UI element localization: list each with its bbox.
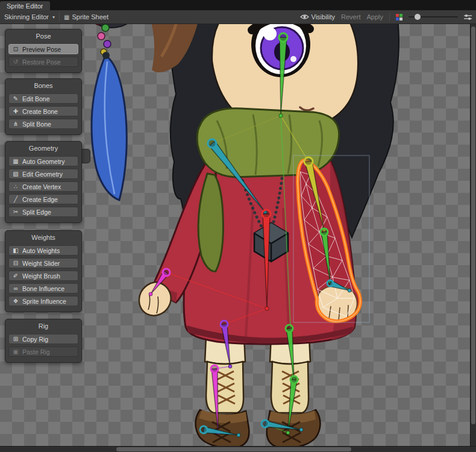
copy-rig-button[interactable]: ⊞ Copy Rig [8,334,78,344]
horizontal-scrollbar-thumb[interactable] [116,447,351,451]
preview-pose-button[interactable]: ⊡ Preview Pose [8,44,78,54]
left-boot [205,336,245,413]
button-label: Create Vertex [22,183,61,190]
toolbar-divider [59,13,60,21]
button-label: Split Bone [22,121,51,128]
button-label: Paste Rig [22,348,50,356]
panel-title-weights: Weights [8,232,79,243]
button-label: Restore Pose [22,58,61,66]
vertical-scrollbar[interactable] [470,24,476,446]
create-edge-icon: ╱ [12,196,19,202]
panel-title-pose: Pose [8,31,79,42]
button-label: Edit Bone [22,95,50,102]
sprite-sheet-button[interactable]: ▦ Sprite Sheet [64,13,108,20]
create-bone-icon: ✚ [12,108,19,115]
sprite-character[interactable] [82,24,399,446]
tab-label: Sprite Editor [7,2,43,10]
preview-pose-icon: ⊡ [12,46,19,52]
weight-brush-button[interactable]: ✐ Weight Brush [8,271,78,281]
split-bone-icon: ⋔ [12,121,19,127]
sprite-influence-button[interactable]: ❖ Sprite Influence [8,296,78,306]
tab-sprite-editor[interactable]: Sprite Editor [0,1,50,11]
zoom-slider-thumb[interactable] [415,14,421,20]
feather-accessory [82,24,143,200]
button-label: Create Edge [22,196,58,203]
button-label: Auto Weights [22,247,60,254]
split-bone-button[interactable]: ⋔ Split Bone [8,119,78,129]
button-label: Weight Brush [22,272,60,280]
channel-blue [396,17,399,20]
vertical-scrollbar-thumb[interactable] [471,27,475,424]
button-label: Copy Rig [22,336,48,343]
weight-brush-icon: ✐ [12,272,19,279]
button-label: Sprite Influence [22,298,66,305]
visibility-toggle[interactable]: Visibility [300,13,336,20]
button-label: Bone Influence [22,285,64,292]
split-edge-button[interactable]: ✂ Split Edge [8,207,78,217]
overlay-options-icon[interactable] [464,15,472,19]
auto-geometry-icon: ▦ [12,158,19,165]
color-channels-icon[interactable] [396,14,402,20]
rig-panel: Rig ⊞ Copy Rig ▣ Paste Rig [5,319,82,363]
chevron-down-icon: ▾ [52,14,55,20]
visibility-eye-icon [300,14,309,20]
bones-panel: Bones ✎ Edit Bone ✚ Create Bone ⋔ Split … [5,78,82,135]
apply-button[interactable]: Apply [366,13,383,20]
bone-influence-icon: ∞ [12,285,19,292]
channel-red [396,14,399,17]
sprite-influence-icon: ❖ [12,298,19,304]
create-bone-button[interactable]: ✚ Create Bone [8,106,78,116]
zoom-slider[interactable] [409,13,458,20]
geometry-panel: Geometry ▦ Auto Geometry ▧ Edit Geometry… [5,141,82,223]
edit-bone-button[interactable]: ✎ Edit Bone [8,93,78,104]
restore-pose-icon: ↺ [12,58,19,65]
button-label: Split Edge [22,209,51,216]
auto-weights-icon: ◧ [12,247,19,254]
sprite-sheet-icon: ▦ [64,14,69,20]
window-tab-bar: Sprite Editor [0,0,476,10]
edit-geometry-button[interactable]: ▧ Edit Geometry [8,169,78,179]
channel-green [399,14,402,17]
auto-weights-button[interactable]: ◧ Auto Weights [8,245,78,256]
geometry-panel-handle[interactable] [82,149,90,163]
pose-panel: Pose ⊡ Preview Pose ↺ Restore Pose [5,29,82,73]
create-vertex-icon: ∴ [12,183,19,190]
panel-title-geometry: Geometry [8,143,79,154]
button-label: Create Bone [22,108,58,115]
channel-alpha [399,17,402,20]
copy-rig-icon: ⊞ [12,336,19,342]
toolbar: Skinning Editor ▾ ▦ Sprite Sheet Visibil… [0,10,476,24]
weight-slider-icon: ⊟ [12,260,19,266]
paste-rig-button[interactable]: ▣ Paste Rig [8,347,78,357]
edit-bone-icon: ✎ [12,95,19,102]
mode-dropdown[interactable]: Skinning Editor ▾ [4,13,55,20]
paste-rig-icon: ▣ [12,348,19,355]
visibility-label: Visibility [312,13,336,20]
toolbar-divider [389,13,390,21]
button-label: Auto Geometry [22,158,65,165]
mixer-line [464,15,472,16]
edit-geometry-icon: ▧ [12,171,19,177]
sprite-sheet-label: Sprite Sheet [72,13,108,20]
weights-panel: Weights ◧ Auto Weights ⊟ Weight Slider ✐… [5,230,82,312]
restore-pose-button[interactable]: ↺ Restore Pose [8,57,78,67]
mixer-line [464,18,472,19]
split-edge-icon: ✂ [12,209,19,215]
mode-dropdown-label: Skinning Editor [4,13,49,20]
button-label: Preview Pose [22,46,61,53]
panel-title-bones: Bones [8,80,79,91]
auto-geometry-button[interactable]: ▦ Auto Geometry [8,156,78,166]
panel-title-rig: Rig [8,321,79,331]
button-label: Weight Slider [22,260,60,267]
create-edge-button[interactable]: ╱ Create Edge [8,194,78,204]
horizontal-scrollbar[interactable] [0,446,476,452]
revert-button[interactable]: Revert [341,13,360,20]
weight-slider-button[interactable]: ⊟ Weight Slider [8,258,78,268]
create-vertex-button[interactable]: ∴ Create Vertex [8,181,78,192]
button-label: Edit Geometry [22,171,63,178]
bone-influence-button[interactable]: ∞ Bone Influence [8,283,78,293]
